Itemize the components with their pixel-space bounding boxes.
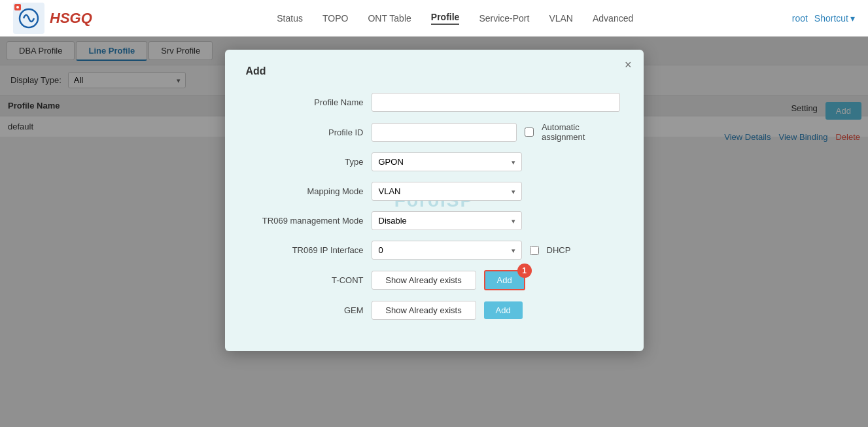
tr069-mode-row: TR069 management Mode Disable bbox=[246, 211, 623, 230]
tcont-badge: 1 bbox=[517, 264, 532, 278]
nav-links: Status TOPO ONT Table Profile Service-Po… bbox=[118, 12, 792, 25]
nav-user: root bbox=[792, 13, 808, 24]
profile-name-label: Profile Name bbox=[246, 97, 364, 107]
modal-title: Add bbox=[246, 65, 623, 77]
type-select[interactable]: GPON bbox=[372, 152, 522, 171]
type-row: Type GPON bbox=[246, 152, 623, 171]
mapping-mode-row: Mapping Mode VLAN bbox=[246, 182, 623, 201]
tr069-mode-label: TR069 management Mode bbox=[246, 216, 364, 226]
type-label: Type bbox=[246, 157, 364, 167]
logo: HSGQ bbox=[13, 3, 92, 34]
mapping-mode-select-wrap: VLAN bbox=[372, 182, 522, 201]
profile-id-row: Profile ID Automatic assignment bbox=[246, 122, 623, 142]
tr069-ip-select-wrap: 0 bbox=[372, 241, 522, 260]
navbar: HSGQ Status TOPO ONT Table Profile Servi… bbox=[0, 0, 868, 37]
modal-close-button[interactable]: × bbox=[625, 59, 632, 71]
modal-overlay: ForoISP × Add Profile Name Profile ID Au… bbox=[0, 37, 868, 427]
nav-service-port[interactable]: Service-Port bbox=[479, 13, 529, 24]
tr069-ip-label: TR069 IP Interface bbox=[246, 245, 364, 255]
tcont-row: T-CONT Show Already exists Add 1 bbox=[246, 270, 623, 290]
dhcp-label: DHCP bbox=[547, 245, 571, 255]
nav-vlan[interactable]: VLAN bbox=[549, 13, 573, 24]
dhcp-checkbox[interactable] bbox=[530, 246, 539, 255]
nav-status[interactable]: Status bbox=[277, 13, 303, 24]
svg-point-3 bbox=[16, 6, 19, 9]
profile-id-label: Profile ID bbox=[246, 128, 364, 137]
mapping-mode-label: Mapping Mode bbox=[246, 186, 364, 196]
logo-text: HSGQ bbox=[50, 10, 92, 27]
auto-assignment-checkbox[interactable] bbox=[525, 128, 534, 137]
gem-show-exists-button[interactable]: Show Already exists bbox=[372, 301, 476, 320]
profile-name-input[interactable] bbox=[372, 93, 620, 112]
profile-id-input[interactable] bbox=[372, 123, 517, 142]
tcont-label: T-CONT bbox=[246, 275, 364, 285]
nav-topo[interactable]: TOPO bbox=[322, 13, 348, 24]
gem-row: GEM Show Already exists Add bbox=[246, 301, 623, 320]
nav-advanced[interactable]: Advanced bbox=[593, 13, 633, 24]
type-select-wrap: GPON bbox=[372, 152, 522, 171]
tr069-ip-select[interactable]: 0 bbox=[372, 241, 522, 260]
tr069-mode-select-wrap: Disable bbox=[372, 211, 522, 230]
gem-label: GEM bbox=[246, 305, 364, 315]
mapping-mode-select[interactable]: VLAN bbox=[372, 182, 522, 201]
modal: ForoISP × Add Profile Name Profile ID Au… bbox=[225, 50, 644, 351]
gem-add-button[interactable]: Add bbox=[484, 301, 523, 319]
nav-ont-table[interactable]: ONT Table bbox=[368, 13, 411, 24]
profile-name-row: Profile Name bbox=[246, 93, 623, 112]
main-content: DBA Profile Line Profile Srv Profile Dis… bbox=[0, 37, 868, 427]
tr069-ip-row: TR069 IP Interface 0 DHCP bbox=[246, 241, 623, 260]
tr069-mode-select[interactable]: Disable bbox=[372, 211, 522, 230]
chevron-down-icon: ▾ bbox=[850, 13, 855, 24]
tcont-show-exists-button[interactable]: Show Already exists bbox=[372, 271, 476, 290]
tcont-add-wrapper: Add 1 bbox=[484, 270, 525, 290]
logo-icon bbox=[13, 3, 44, 34]
nav-profile[interactable]: Profile bbox=[431, 12, 460, 25]
auto-assignment-label: Automatic assignment bbox=[542, 122, 623, 142]
nav-shortcut[interactable]: Shortcut ▾ bbox=[814, 13, 855, 24]
navbar-right: root Shortcut ▾ bbox=[792, 13, 855, 24]
